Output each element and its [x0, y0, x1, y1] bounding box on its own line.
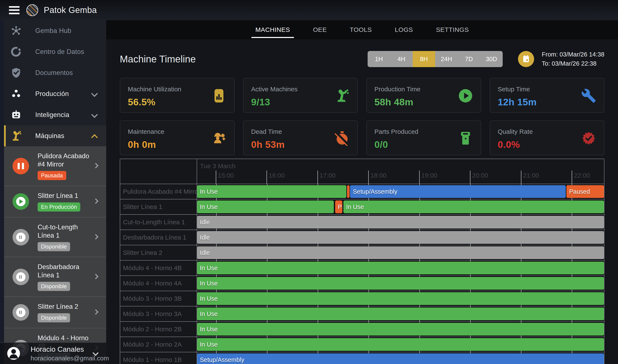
wrench-icon [581, 88, 596, 104]
timeline-row-track: In Use [197, 306, 604, 321]
tab-settings[interactable]: SETTINGS [435, 20, 470, 39]
machine-name: Pulidora Acabado #4 Mirror [38, 152, 91, 169]
timeline-row-track: In Use [197, 291, 604, 306]
ring-icon [10, 46, 22, 58]
timer-off-icon [335, 130, 350, 146]
machine-list-item[interactable]: Cut-to-Length Línea 1Disponible [4, 218, 106, 257]
axis-tick-label: 18:00 [370, 172, 386, 179]
stat-card: Machine Utilization56.5% [120, 78, 235, 113]
machine-status-badge: Disponible [38, 242, 70, 251]
timeline-row: Módulo 2 - Horno 2AIn Use [120, 337, 604, 352]
timeline-segment-idle: Idle [197, 246, 604, 259]
sidebar-item-centro-de-datos[interactable]: Centro de Datos [4, 41, 106, 62]
calendar-button[interactable] [518, 51, 534, 67]
timeline-row-label: Módulo 3 - Horno 3A [120, 306, 197, 321]
tab-machines[interactable]: MACHINES [254, 20, 291, 39]
timeline-segment-paused: Paused [335, 200, 342, 213]
timeline-row-label: Slitter Línea 1 [120, 199, 197, 214]
sidebar-item-documentos[interactable]: Documentos [4, 62, 106, 83]
stat-card: Production Time58h 48m [366, 78, 481, 113]
worker-gear-icon [211, 130, 227, 146]
axis-tick-mark [216, 170, 216, 184]
timeline-segment-idle: Idle [197, 216, 604, 229]
timeline-row-label: Slitter Línea 2 [120, 245, 197, 260]
axis-tick-label: 17:00 [320, 172, 335, 179]
sidebar-item-inteligencia[interactable]: Inteligencia [4, 104, 106, 125]
machine-status-badge: Disponible [38, 313, 70, 322]
sidebar-item-maquinas[interactable]: Máquinas [4, 125, 106, 146]
timeline-row: Módulo 3 - Horno 3AIn Use [120, 306, 604, 321]
sidebar-item-produccion[interactable]: Producción [4, 83, 106, 104]
timeline-segment-in_use: In Use [197, 200, 334, 213]
timeline-segment-in_use: In Use [197, 323, 604, 336]
timeline-header-corner [120, 159, 197, 184]
timeline-row: Slitter Línea 2Idle [120, 245, 604, 260]
chevron-right-icon [93, 234, 98, 239]
timeline-row-track: In Use [197, 322, 604, 337]
hamburger-menu-icon[interactable] [8, 5, 21, 15]
timeline-row-label: Módulo 2 - Horno 2B [120, 322, 197, 337]
chevron-right-icon [93, 309, 98, 314]
timeline-row-track: In UsePausedIn Use [197, 199, 604, 214]
tab-oee[interactable]: OEE [312, 20, 328, 39]
timeline-rows: Pulidora Acabado #4 MirrorIn UseSetup/As… [120, 184, 604, 364]
timeline-row-track: In Use [197, 276, 604, 291]
dots-icon [10, 88, 22, 100]
time-range-selector: 1H4H8H24H7D30D [368, 51, 503, 67]
axis-tick-label: 19:00 [421, 172, 437, 179]
timeline-segment-in_use: In Use [197, 308, 604, 320]
timeline-time-axis: Tue 3 March 15:0016:0017:0018:0019:0020:… [197, 159, 604, 184]
axis-tick-mark [521, 170, 521, 184]
sidebar-item-label: Gemba Hub [35, 27, 71, 35]
axis-tick-label: 15:00 [218, 172, 234, 179]
machine-list-item[interactable]: Desbarbadora Línea 1Disponible [4, 257, 106, 297]
tab-tools[interactable]: TOOLS [348, 20, 373, 39]
main-content: MACHINESOEETOOLSLOGSSETTINGS Machine Tim… [106, 20, 618, 364]
play-circle-icon [458, 88, 473, 104]
timeline-row-track: In Use [197, 260, 604, 275]
user-menu[interactable]: Horacio Canales horaciocanales@gmail.com [0, 342, 106, 364]
machine-list-item[interactable]: Slitter Línea 1En Producción [4, 186, 106, 218]
axis-tick-label: 21:00 [523, 172, 539, 179]
robot-arm-icon [335, 88, 350, 104]
timeline-row-label: Módulo 4 - Horno 4B [120, 260, 197, 275]
range-button-1h[interactable]: 1H [368, 51, 390, 67]
sidebar-item-gemba-hub[interactable]: Gemba Hub [4, 20, 106, 41]
timeline-row-track: In Use [197, 337, 604, 352]
range-button-30d[interactable]: 30D [480, 51, 503, 67]
timeline-segment-paused: Paused [566, 185, 604, 198]
timeline-row: Desbarbadora Línea 1Idle [120, 230, 604, 245]
machine-list-item[interactable]: Slitter Línea 2Disponible [4, 297, 106, 328]
app-title: Patok Gemba [44, 5, 97, 15]
avatar [7, 347, 20, 360]
pause-circle-icon [13, 158, 29, 174]
timeline-row: Módulo 4 - Horno 4BIn Use [120, 260, 604, 275]
hub-icon [10, 25, 22, 37]
timeline-row: Módulo 1 - Horno 1BSetup/Assembly [120, 352, 604, 364]
timeline-day-label: Tue 3 March [200, 162, 235, 170]
axis-tick-mark [470, 170, 470, 184]
machine-timeline-table: Tue 3 March 15:0016:0017:0018:0019:0020:… [120, 159, 605, 364]
range-button-8h[interactable]: 8H [413, 51, 435, 67]
range-button-7d[interactable]: 7D [458, 51, 480, 67]
timeline-row-track: Setup/Assembly [197, 352, 604, 364]
timeline-segment-in_use: In Use [197, 338, 604, 351]
stats-grid: Machine Utilization56.5%Active Machines9… [120, 78, 605, 155]
machine-status-badge: Pausada [38, 171, 66, 180]
timeline-segment-setup: Setup/Assembly [350, 185, 566, 198]
stat-card: Dead Time0h 53m [243, 120, 358, 155]
timeline-row: Módulo 4 - Horno 4AIn Use [120, 275, 604, 291]
timeline-row-track: In UseSetup/AssemblyPaused [197, 184, 604, 199]
machine-list-item[interactable]: Pulidora Acabado #4 MirrorPausada [4, 146, 106, 186]
sidebar-item-label: Documentos [35, 69, 73, 77]
timeline-row-label: Pulidora Acabado #4 Mirror [120, 184, 197, 199]
page-title: Machine Timeline [120, 53, 196, 65]
pause-circle-icon [13, 304, 29, 321]
range-button-4h[interactable]: 4H [390, 51, 413, 67]
tab-logs[interactable]: LOGS [394, 20, 414, 39]
range-button-24h[interactable]: 24H [435, 51, 458, 67]
bar-chart-icon [211, 88, 227, 104]
date-from: From: 03/Mar/26 14:38 [542, 50, 605, 59]
shield-check-icon [10, 67, 22, 79]
stat-card: Setup Time12h 15m [490, 78, 605, 113]
